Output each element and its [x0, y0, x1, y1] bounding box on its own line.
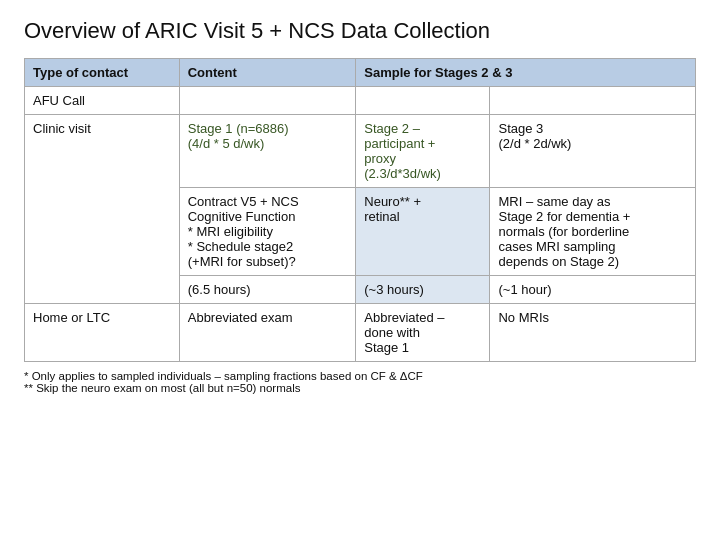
table-row-afu: AFU Call: [25, 87, 696, 115]
cell-sample2-stage2: Stage 2 –participant +proxy(2.3/d*3d/wk): [356, 115, 490, 188]
cell-sample3-afu: [490, 87, 696, 115]
cell-sample2-home: Abbreviated –done withStage 1: [356, 304, 490, 362]
header-content: Content: [179, 59, 356, 87]
header-type: Type of contact: [25, 59, 180, 87]
cell-sample3-stage3: Stage 3(2/d * 2d/wk): [490, 115, 696, 188]
cell-sample2-neuro: Neuro** +retinal: [356, 188, 490, 276]
footer: * Only applies to sampled individuals – …: [24, 370, 696, 394]
cell-content-afu: [179, 87, 356, 115]
footer-line-2: ** Skip the neuro exam on most (all but …: [24, 382, 696, 394]
page-title: Overview of ARIC Visit 5 + NCS Data Coll…: [24, 18, 696, 44]
cell-sample2-afu: [356, 87, 490, 115]
cell-sample3-hours: (~1 hour): [490, 276, 696, 304]
cell-type-clinic: Clinic visit: [25, 115, 180, 304]
cell-type-afu: AFU Call: [25, 87, 180, 115]
cell-sample2-hours: (~3 hours): [356, 276, 490, 304]
cell-content-hours: (6.5 hours): [179, 276, 356, 304]
header-sample: Sample for Stages 2 & 3: [356, 59, 696, 87]
table-row-home: Home or LTC Abbreviated exam Abbreviated…: [25, 304, 696, 362]
main-table: Type of contact Content Sample for Stage…: [24, 58, 696, 362]
cell-sample3-home: No MRIs: [490, 304, 696, 362]
footer-line-1: * Only applies to sampled individuals – …: [24, 370, 696, 382]
cell-content-contract: Contract V5 + NCSCognitive Function* MRI…: [179, 188, 356, 276]
cell-sample3-mri: MRI – same day asStage 2 for dementia +n…: [490, 188, 696, 276]
table-row-clinic-1: Clinic visit Stage 1 (n=6886)(4/d * 5 d/…: [25, 115, 696, 188]
cell-content-stage1: Stage 1 (n=6886)(4/d * 5 d/wk): [179, 115, 356, 188]
cell-type-home: Home or LTC: [25, 304, 180, 362]
cell-content-home: Abbreviated exam: [179, 304, 356, 362]
